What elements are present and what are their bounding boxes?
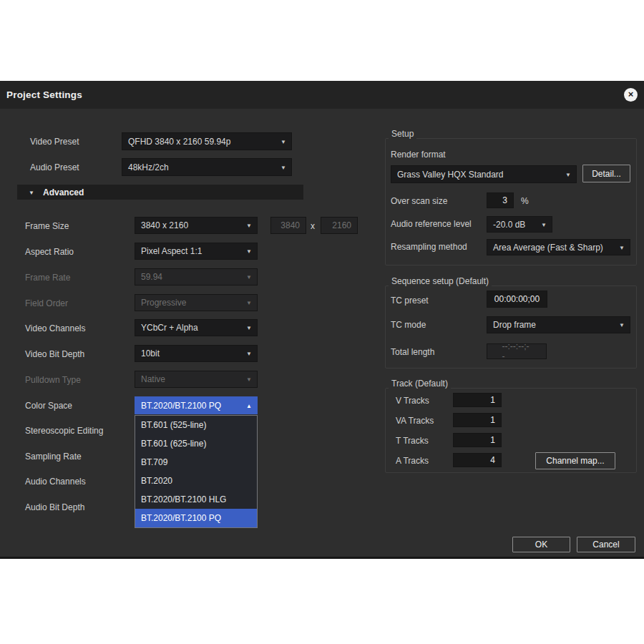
- video-bit-depth-value: 10bit: [141, 348, 160, 358]
- chevron-down-icon: ▼: [246, 300, 252, 306]
- video-preset-value: QFHD 3840 x 2160 59.94p: [128, 137, 230, 147]
- color-space-value: BT.2020/BT.2100 PQ: [141, 401, 221, 411]
- audio-reference-label: Audio reference level: [391, 219, 472, 229]
- v-tracks-label: V Tracks: [396, 396, 429, 406]
- tc-mode-select[interactable]: Drop frame ▼: [487, 316, 630, 333]
- close-icon: ×: [628, 89, 634, 99]
- advanced-label: Advanced: [43, 187, 84, 197]
- pulldown-type-select: Native ▼: [135, 371, 258, 388]
- color-space-option[interactable]: BT.601 (525-line): [135, 416, 257, 434]
- field-order-select: Progressive ▼: [135, 294, 258, 311]
- v-tracks-value: 1: [490, 395, 495, 405]
- render-format-value: Grass Valley HQX Standard: [397, 170, 504, 180]
- advanced-expander[interactable]: ▼ Advanced: [17, 185, 303, 200]
- overscan-value: 3: [502, 195, 507, 205]
- render-format-select[interactable]: Grass Valley HQX Standard ▼: [391, 165, 577, 183]
- frame-size-value: 3840 x 2160: [141, 220, 188, 230]
- t-tracks-input[interactable]: 1: [453, 433, 502, 447]
- video-channels-select[interactable]: YCbCr + Alpha ▼: [135, 319, 258, 336]
- total-length-value: --:--:--;--: [502, 341, 532, 361]
- tc-preset-input[interactable]: 00:00:00;00: [487, 291, 547, 308]
- aspect-ratio-value: Pixel Aspect 1:1: [141, 246, 202, 256]
- chevron-down-icon: ▼: [246, 325, 252, 331]
- pulldown-type-label: Pulldown Type: [25, 375, 81, 385]
- tc-mode-value: Drop frame: [493, 320, 536, 330]
- video-bit-depth-label: Video Bit Depth: [25, 349, 84, 359]
- frame-size-separator: x: [311, 221, 315, 231]
- channel-map-button[interactable]: Channel map...: [535, 452, 615, 469]
- chevron-down-icon: ▼: [246, 376, 252, 383]
- t-tracks-label: T Tracks: [396, 436, 429, 446]
- track-group-title: Track (Default): [389, 379, 451, 389]
- frame-rate-label: Frame Rate: [25, 273, 70, 283]
- audio-reference-select[interactable]: -20.0 dB ▼: [487, 216, 552, 233]
- audio-preset-value: 48kHz/2ch: [128, 162, 169, 172]
- chevron-down-icon: ▼: [565, 171, 571, 177]
- detail-button[interactable]: Detail...: [582, 165, 630, 182]
- chevron-down-icon: ▼: [619, 322, 625, 328]
- sequence-setup-group-title: Sequence setup (Default): [389, 276, 492, 286]
- audio-bit-depth-label: Audio Bit Depth: [25, 502, 84, 512]
- a-tracks-label: A Tracks: [396, 456, 429, 466]
- audio-reference-value: -20.0 dB: [493, 220, 525, 230]
- chevron-down-icon: ▼: [280, 164, 286, 170]
- resampling-method-select[interactable]: Area Average (Fast & Sharp) ▼: [487, 239, 630, 255]
- v-tracks-input[interactable]: 1: [453, 393, 502, 407]
- tc-mode-label: TC mode: [391, 320, 426, 330]
- va-tracks-input[interactable]: 1: [453, 413, 502, 427]
- pulldown-type-value: Native: [141, 374, 165, 384]
- overscan-unit: %: [521, 196, 529, 206]
- chevron-down-icon: ▼: [619, 244, 625, 250]
- sampling-rate-label: Sampling Rate: [25, 452, 82, 462]
- close-button[interactable]: ×: [624, 88, 638, 102]
- frame-width-value: 3840: [280, 220, 300, 230]
- video-bit-depth-select[interactable]: 10bit ▼: [135, 345, 258, 362]
- setup-group-title: Setup: [389, 129, 416, 139]
- field-order-label: Field Order: [25, 298, 68, 308]
- audio-channels-label: Audio Channels: [25, 477, 86, 487]
- overscan-input[interactable]: 3: [487, 192, 514, 208]
- chevron-down-icon: ▼: [246, 274, 252, 280]
- stereoscopic-editing-label: Stereoscopic Editing: [25, 426, 103, 436]
- field-order-value: Progressive: [141, 298, 186, 308]
- a-tracks-input[interactable]: 4: [453, 453, 502, 467]
- total-length-label: Total length: [391, 347, 434, 357]
- video-channels-label: Video Channels: [25, 323, 86, 333]
- color-space-option[interactable]: BT.2020/BT.2100 HLG: [135, 490, 257, 509]
- audio-preset-label: Audio Preset: [30, 162, 79, 172]
- color-space-option[interactable]: BT.601 (625-line): [135, 434, 257, 453]
- cancel-button[interactable]: Cancel: [577, 537, 635, 552]
- color-space-select[interactable]: BT.2020/BT.2100 PQ ▲: [135, 396, 258, 414]
- titlebar: Project Settings ×: [0, 81, 644, 109]
- color-space-option[interactable]: BT.709: [135, 453, 257, 472]
- aspect-ratio-select[interactable]: Pixel Aspect 1:1 ▼: [135, 243, 258, 260]
- video-channels-value: YCbCr + Alpha: [141, 323, 198, 333]
- frame-rate-value: 59.94: [141, 272, 162, 282]
- audio-preset-select[interactable]: 48kHz/2ch ▼: [122, 158, 292, 176]
- frame-rate-select: 59.94 ▼: [135, 268, 258, 286]
- chevron-down-icon: ▼: [246, 248, 252, 255]
- triangle-down-icon: ▼: [29, 189, 34, 195]
- color-space-label: Color Space: [25, 401, 72, 411]
- frame-height-input: 2160: [321, 217, 358, 234]
- ok-button[interactable]: OK: [512, 537, 570, 552]
- total-length-input: --:--:--;--: [487, 343, 547, 359]
- overscan-label: Over scan size: [391, 196, 447, 206]
- color-space-option[interactable]: BT.2020: [135, 472, 257, 490]
- color-space-option-selected[interactable]: BT.2020/BT.2100 PQ: [135, 509, 257, 527]
- va-tracks-label: VA Tracks: [396, 416, 434, 426]
- tc-preset-label: TC preset: [391, 296, 429, 306]
- frame-size-select[interactable]: 3840 x 2160 ▼: [135, 217, 258, 234]
- chevron-down-icon: ▼: [541, 221, 547, 228]
- chevron-up-icon: ▲: [246, 402, 252, 409]
- video-preset-label: Video Preset: [30, 137, 79, 147]
- resampling-method-label: Resampling method: [391, 242, 467, 252]
- frame-size-label: Frame Size: [25, 221, 69, 231]
- color-space-dropdown-list: BT.601 (525-line) BT.601 (625-line) BT.7…: [135, 415, 258, 528]
- chevron-down-icon: ▼: [246, 223, 252, 229]
- frame-width-input: 3840: [270, 217, 306, 234]
- video-preset-select[interactable]: QFHD 3840 x 2160 59.94p ▼: [122, 132, 292, 150]
- tc-preset-value: 00:00:00;00: [494, 294, 540, 304]
- render-format-label: Render format: [391, 150, 446, 160]
- chevron-down-icon: ▼: [280, 138, 286, 145]
